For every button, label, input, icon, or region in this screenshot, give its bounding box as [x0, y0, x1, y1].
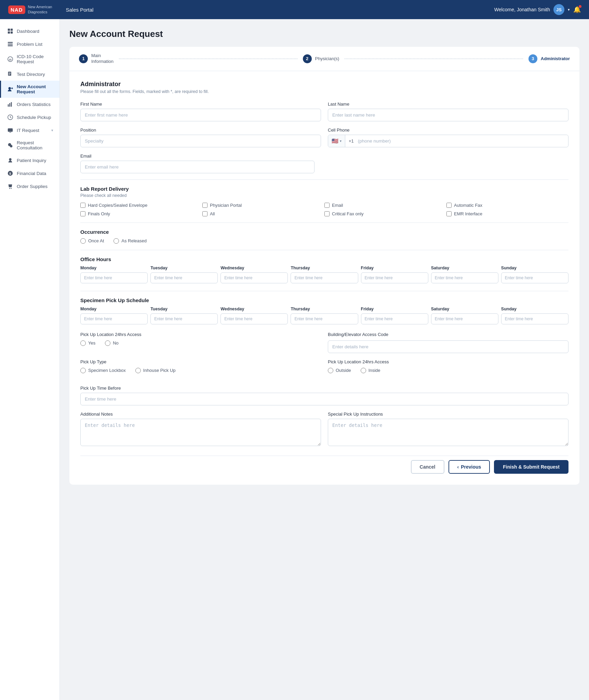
oh-thu-input[interactable]: [291, 272, 358, 283]
svg-rect-5: [8, 44, 13, 45]
sp-tue-label: Tuesday: [150, 307, 218, 311]
sidebar-item-request-consultation[interactable]: Request Consultation: [0, 137, 59, 154]
additional-notes-input[interactable]: [80, 419, 321, 446]
as-released-radio[interactable]: [113, 238, 119, 244]
sidebar-item-dashboard[interactable]: Dashboard: [0, 25, 59, 38]
sp-thu-input[interactable]: [291, 313, 358, 324]
sidebar-label-request-consultation: Request Consultation: [17, 140, 53, 150]
svg-rect-6: [8, 45, 13, 46]
sp-sat-input[interactable]: [431, 313, 498, 324]
step-2[interactable]: 2 Physician(s): [303, 54, 339, 63]
previous-button[interactable]: ‹ Previous: [449, 460, 490, 474]
occurrence-title: Occurrence: [80, 229, 568, 235]
office-hours-section: Office Hours Monday Tuesday Wednesday Th…: [80, 256, 568, 283]
cell-phone-label: Cell Phone: [328, 127, 568, 133]
welcome-text: Welcome, Jonathan Smith: [494, 7, 550, 12]
radio-outside[interactable]: Outside: [328, 368, 351, 373]
pickup-location-24-group: Pick Up Location 24hrs Access Yes No: [80, 332, 321, 353]
all-checkbox[interactable]: [202, 211, 208, 216]
svg-rect-15: [9, 103, 10, 107]
hard-copies-label: Hard Copies/Sealed Envelope: [88, 203, 147, 208]
critical-fax-checkbox[interactable]: [324, 211, 330, 216]
emr-interface-checkbox[interactable]: [446, 211, 452, 216]
sidebar-label-problem-list: Problem List: [17, 42, 42, 47]
sidebar-item-order-supplies[interactable]: Order Supplies: [0, 180, 59, 193]
form-actions: Cancel ‹ Previous Finish & Submit Reques…: [80, 456, 568, 474]
position-group: Position: [80, 127, 321, 147]
notification-dot: [579, 5, 581, 8]
building-access-group: Building/Elevator Access Code: [328, 332, 568, 353]
new-account-icon: [7, 86, 13, 92]
sidebar-item-test-directory[interactable]: Test Directory: [0, 68, 59, 81]
building-access-input[interactable]: [328, 340, 568, 353]
sidebar-item-problem-list[interactable]: Problem List: [0, 38, 59, 51]
radio-as-released[interactable]: As Released: [113, 238, 147, 244]
sidebar-item-orders-statistics[interactable]: Orders Statistics: [0, 98, 59, 111]
previous-button-label: Previous: [461, 464, 481, 470]
sp-sun-input[interactable]: [501, 313, 568, 324]
specimen-pickup-inputs: [80, 313, 568, 324]
radio-inhouse-pickup[interactable]: Inhouse Pick Up: [135, 368, 176, 373]
radio-yes[interactable]: Yes: [80, 340, 95, 346]
checkbox-physician-portal: Physician Portal: [202, 203, 324, 208]
sidebar-item-patient-inquiry[interactable]: Patient Inquiry: [0, 154, 59, 167]
radio-specimen-lockbox[interactable]: Specimen Lockbox: [80, 368, 126, 373]
email-input[interactable]: [80, 161, 314, 173]
no-radio[interactable]: [105, 340, 110, 346]
physician-portal-checkbox[interactable]: [202, 203, 208, 208]
email-checkbox[interactable]: [324, 203, 330, 208]
oh-fri-input[interactable]: [361, 272, 428, 283]
radio-once-at[interactable]: Once At: [80, 238, 104, 244]
yes-label: Yes: [88, 340, 95, 346]
sp-mon-input[interactable]: [80, 313, 148, 324]
oh-mon-input[interactable]: [80, 272, 148, 283]
problem-list-icon: [7, 41, 13, 47]
sp-tue-input[interactable]: [150, 313, 218, 324]
logo[interactable]: NAD New American Diagnostics: [8, 4, 52, 15]
step-3[interactable]: 3 Administrator: [528, 54, 570, 63]
position-input[interactable]: [80, 135, 321, 147]
sidebar-item-financial-data[interactable]: $ Financial Data: [0, 167, 59, 180]
sidebar-item-icd10[interactable]: 10 ICD-10 Code Request: [0, 51, 59, 68]
sidebar-item-schedule-pickup[interactable]: Schedule Pickup: [0, 111, 59, 124]
sp-fri-input[interactable]: [361, 313, 428, 324]
inhouse-pickup-radio[interactable]: [135, 368, 141, 373]
once-at-radio[interactable]: [80, 238, 86, 244]
first-name-input[interactable]: [80, 109, 321, 121]
oh-sun-input[interactable]: [501, 272, 568, 283]
submit-button[interactable]: Finish & Submit Request: [494, 460, 568, 474]
sp-wed-input[interactable]: [220, 313, 288, 324]
as-released-label: As Released: [121, 238, 147, 243]
phone-input[interactable]: [357, 135, 568, 147]
inside-radio[interactable]: [361, 368, 366, 373]
cancel-button[interactable]: Cancel: [411, 460, 444, 474]
special-pickup-instructions-input[interactable]: [328, 419, 568, 446]
oh-sat-input[interactable]: [431, 272, 498, 283]
step-1[interactable]: 1 Main Information: [79, 53, 113, 65]
finals-only-checkbox[interactable]: [80, 211, 85, 216]
pickup-time-before-input[interactable]: [80, 393, 568, 405]
phone-flag-button[interactable]: 🇺🇸 ▾: [328, 135, 345, 147]
chevron-down-icon[interactable]: ▾: [568, 8, 570, 12]
sidebar-item-it-request[interactable]: IT Request ▾: [0, 124, 59, 137]
emr-interface-label: EMR Interface: [454, 211, 482, 216]
sidebar-item-new-account-request[interactable]: New Account Request: [0, 81, 59, 98]
specimen-lockbox-radio[interactable]: [80, 368, 86, 373]
it-request-icon: [7, 127, 13, 133]
radio-inside[interactable]: Inside: [361, 368, 380, 373]
outside-radio[interactable]: [328, 368, 333, 373]
oh-tue-input[interactable]: [150, 272, 218, 283]
automatic-fax-checkbox[interactable]: [446, 203, 452, 208]
stepper: 1 Main Information 2 Physician(s) 3 Admi…: [69, 47, 579, 71]
oh-wed-input[interactable]: [220, 272, 288, 283]
svg-rect-18: [8, 129, 13, 132]
avatar[interactable]: JS: [553, 4, 564, 15]
last-name-input[interactable]: [328, 109, 568, 121]
radio-no[interactable]: No: [105, 340, 119, 346]
hard-copies-checkbox[interactable]: [80, 203, 85, 208]
special-pickup-instructions-group: Special Pick Up Instructions: [328, 412, 568, 446]
phone-chevron-icon: ▾: [340, 139, 342, 143]
yes-radio[interactable]: [80, 340, 86, 346]
patient-inquiry-icon: [7, 157, 13, 163]
notification-bell[interactable]: 🔔: [573, 6, 581, 13]
